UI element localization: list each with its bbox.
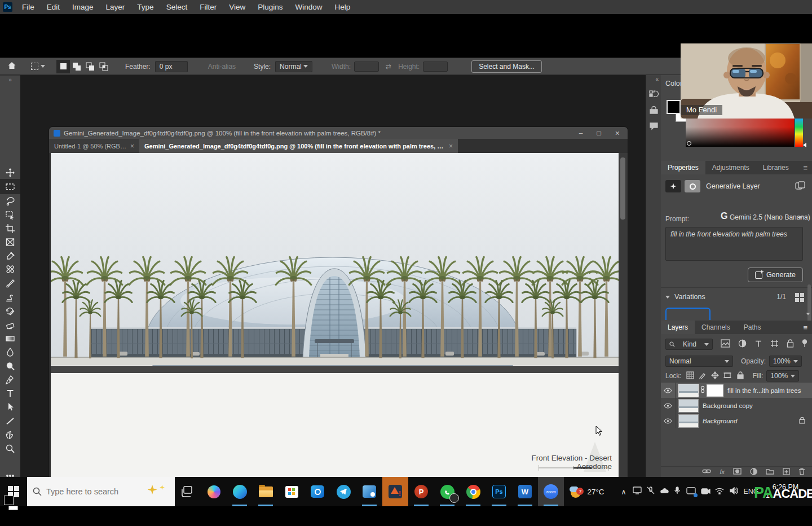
search-input[interactable] bbox=[46, 487, 131, 496]
menu-image[interactable]: Image bbox=[66, 0, 100, 14]
add-selection-button[interactable] bbox=[70, 60, 83, 73]
delete-layer-icon[interactable] bbox=[798, 468, 805, 476]
menu-filter[interactable]: Filter bbox=[193, 0, 223, 14]
powerpoint-button[interactable]: P bbox=[408, 477, 434, 506]
scroll-down-icon[interactable] bbox=[806, 313, 810, 315]
crop-tool[interactable] bbox=[5, 223, 15, 234]
filter-kind-select[interactable]: Kind bbox=[665, 339, 713, 350]
style-select[interactable]: Normal bbox=[275, 61, 312, 72]
lock-artboard-icon[interactable] bbox=[723, 371, 731, 381]
eraser-tool[interactable] bbox=[5, 320, 15, 330]
generate-button[interactable]: Generate bbox=[748, 268, 803, 282]
anti-alias-checkbox[interactable]: Anti-alias bbox=[208, 63, 236, 71]
layer-row-background-copy[interactable]: Background copy bbox=[661, 398, 812, 413]
mask-link-icon[interactable] bbox=[700, 385, 705, 396]
copilot-button[interactable] bbox=[201, 477, 227, 506]
tray-expand-icon[interactable]: ∧ bbox=[617, 488, 630, 496]
gradient-tool[interactable] bbox=[5, 334, 15, 344]
opacity-input[interactable]: 100% bbox=[769, 356, 802, 367]
lasso-tool[interactable] bbox=[5, 196, 15, 206]
tab-gemini-image[interactable]: Gemini_Generated_Image_df0g4tdf0g4tdf0g.… bbox=[139, 139, 458, 153]
lock-transparency-icon[interactable] bbox=[686, 371, 694, 381]
line-tool[interactable] bbox=[5, 416, 15, 426]
visibility-eye-icon[interactable] bbox=[661, 383, 676, 398]
properties-cards-icon[interactable] bbox=[795, 181, 805, 192]
move-tool[interactable] bbox=[5, 168, 15, 178]
menu-view[interactable]: View bbox=[223, 0, 251, 14]
link-layers-icon[interactable] bbox=[702, 468, 711, 475]
document-title-bar[interactable]: Gemini_Generated_Image_df0g4tdf0g4tdf0g.… bbox=[49, 127, 628, 139]
pen-tool[interactable] bbox=[5, 375, 15, 385]
menu-window[interactable]: Window bbox=[289, 0, 328, 14]
scrollbar-thumb[interactable] bbox=[620, 157, 625, 220]
home-icon[interactable] bbox=[7, 61, 16, 72]
eyedropper-tool[interactable] bbox=[5, 251, 15, 261]
hue-slider[interactable] bbox=[795, 119, 803, 147]
layer-row-generative[interactable]: fill in the fr...ith palm trees bbox=[661, 383, 812, 398]
filter-type-icon[interactable] bbox=[754, 340, 762, 349]
tab-libraries[interactable]: Libraries bbox=[756, 161, 796, 174]
filter-pin-icon[interactable] bbox=[802, 339, 807, 349]
menu-file[interactable]: File bbox=[16, 0, 41, 14]
lock-pixels-icon[interactable] bbox=[699, 371, 707, 381]
select-and-mask-button[interactable]: Select and Mask... bbox=[471, 60, 542, 73]
canvas[interactable] bbox=[51, 153, 619, 477]
canvas-scrollbar[interactable] bbox=[619, 153, 628, 477]
telegram-button[interactable] bbox=[330, 477, 356, 506]
variations-grid-icon[interactable] bbox=[795, 293, 804, 302]
filter-smart-object-icon[interactable] bbox=[787, 339, 794, 349]
panel-menu-icon[interactable]: ≡ bbox=[803, 164, 807, 172]
foreground-color-swatch[interactable] bbox=[4, 496, 14, 505]
microsoft-store-button[interactable] bbox=[279, 477, 304, 506]
blur-tool[interactable] bbox=[5, 347, 15, 357]
expand-panels-icon[interactable]: « bbox=[655, 76, 659, 82]
filter-shape-icon[interactable] bbox=[770, 339, 779, 349]
word-button[interactable]: W bbox=[512, 477, 538, 506]
tray-mic-icon[interactable] bbox=[671, 486, 683, 497]
close-button[interactable]: × bbox=[615, 129, 620, 138]
layer-name[interactable]: Background bbox=[703, 418, 737, 424]
visibility-eye-icon[interactable] bbox=[661, 398, 676, 413]
tray-wifi-icon[interactable] bbox=[713, 486, 726, 497]
menu-edit[interactable]: Edit bbox=[41, 0, 66, 14]
add-mask-icon[interactable] bbox=[733, 468, 742, 476]
maximize-button[interactable]: ▢ bbox=[596, 130, 601, 136]
lock-all-icon[interactable] bbox=[737, 371, 744, 381]
weather-widget[interactable]: 7 27°C bbox=[564, 477, 610, 506]
swap-dimensions-icon[interactable]: ⇄ bbox=[386, 63, 391, 71]
width-input[interactable] bbox=[354, 62, 379, 72]
menu-type[interactable]: Type bbox=[131, 0, 160, 14]
dodge-tool[interactable] bbox=[5, 361, 15, 371]
hue-marker[interactable] bbox=[803, 143, 806, 147]
close-tab-icon[interactable]: × bbox=[449, 142, 453, 150]
layer-row-background[interactable]: Background bbox=[661, 413, 812, 428]
saturation-marker[interactable] bbox=[687, 141, 691, 146]
tab-untitled-1[interactable]: Untitled-1 @ 50% (RGB/8) × bbox=[49, 139, 139, 153]
tab-adjustments[interactable]: Adjustments bbox=[705, 161, 756, 174]
spot-healing-brush-tool[interactable] bbox=[5, 264, 15, 274]
outlook-classic-button[interactable] bbox=[356, 477, 382, 506]
layer-thumbnail[interactable] bbox=[678, 384, 699, 397]
fill-input[interactable]: 100% bbox=[766, 370, 799, 382]
history-brush-tool[interactable] bbox=[5, 306, 15, 317]
menu-layer[interactable]: Layer bbox=[100, 0, 131, 14]
filter-image-icon[interactable] bbox=[721, 339, 730, 349]
outlook-button[interactable] bbox=[304, 477, 330, 506]
tab-properties[interactable]: Properties bbox=[661, 161, 705, 174]
photoshop-button[interactable]: Ps bbox=[486, 477, 512, 506]
type-tool[interactable] bbox=[5, 388, 15, 398]
lock-position-icon[interactable] bbox=[711, 371, 719, 381]
tray-monitor-icon[interactable] bbox=[630, 486, 644, 497]
menu-select[interactable]: Select bbox=[160, 0, 194, 14]
path-selection-tool[interactable] bbox=[5, 402, 15, 412]
close-tab-icon[interactable]: × bbox=[130, 142, 134, 150]
new-layer-icon[interactable] bbox=[783, 468, 790, 476]
minimize-button[interactable]: – bbox=[579, 129, 583, 137]
marquee-tool-preset[interactable] bbox=[31, 63, 45, 70]
taskbar-search[interactable] bbox=[27, 477, 175, 506]
edge-button[interactable] bbox=[227, 477, 253, 506]
rectangular-marquee-tool[interactable] bbox=[5, 182, 15, 192]
adjustment-layer-icon[interactable] bbox=[750, 468, 757, 476]
new-group-icon[interactable] bbox=[766, 468, 774, 476]
file-explorer-button[interactable] bbox=[253, 477, 279, 506]
